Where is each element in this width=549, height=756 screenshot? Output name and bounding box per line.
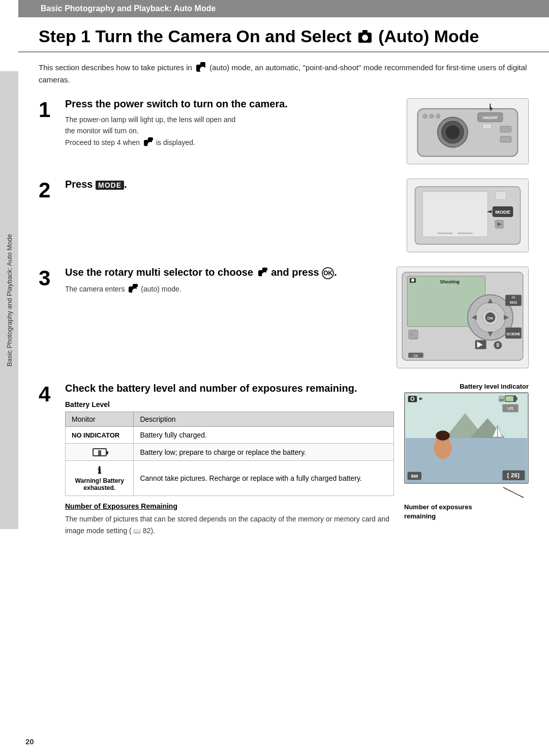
exposures-body: The number of pictures that can be store… <box>65 513 394 536</box>
step-2-heading: Press MODE. <box>65 179 396 190</box>
svg-point-12 <box>430 114 434 119</box>
svg-rect-15 <box>422 192 487 237</box>
sidebar-text: Basic Photography and Playback: Auto Mod… <box>6 234 13 366</box>
svg-point-59 <box>436 430 449 441</box>
step-1-body: The power-on lamp will light up, the len… <box>65 114 396 148</box>
step-1-image: ON/OFF <box>407 98 529 164</box>
svg-point-3 <box>446 125 460 139</box>
step-4-heading: Check the battery level and number of ex… <box>65 383 394 394</box>
svg-text:🔧: 🔧 <box>410 332 416 338</box>
battery-warning: ℹ Warning! Batteryexhausted. <box>72 465 127 491</box>
header-text: Basic Photography and Playback: Auto Mod… <box>41 4 216 13</box>
svg-text:[ 26]: [ 26] <box>507 472 520 478</box>
indicator-arrow <box>404 485 529 500</box>
page-title-text: Step 1 Turn the Camera On and Select (Au… <box>39 26 479 46</box>
step-4-row: 4 Check the battery level and number of … <box>39 383 529 536</box>
svg-text:MODE: MODE <box>495 209 510 215</box>
svg-rect-21 <box>495 192 506 200</box>
camera-icon-step3b <box>129 286 137 293</box>
step-1-row: 1 Press the power switch to turn on the … <box>39 98 529 164</box>
intro-text: This section describes how to take pictu… <box>39 62 529 86</box>
step-1-content: Press the power switch to turn on the ca… <box>65 98 396 148</box>
step-2-content: Press MODE. <box>65 179 396 194</box>
step4-illustration: VR 8M [ 26] <box>404 392 529 484</box>
svg-point-62 <box>411 397 414 400</box>
camera-icon-step1 <box>144 140 152 146</box>
shooting-text: Shooting <box>440 279 460 284</box>
step-2-image: MODE <box>407 179 529 252</box>
battery-fill <box>98 450 101 455</box>
col-description: Description <box>134 412 394 427</box>
step-3-number: 3 <box>39 267 65 289</box>
desc-cell-2: Battery low; prepare to charge or replac… <box>134 444 394 461</box>
step-4-image: Battery level indicator <box>404 383 529 520</box>
warning-text: Warning! Batteryexhausted. <box>75 477 124 491</box>
table-row: NO INDICATOR Battery fully charged. <box>66 427 394 444</box>
page-number: 20 <box>25 737 34 746</box>
step-3-body: The camera enters (auto) mode. <box>65 283 386 295</box>
warning-icon: ℹ <box>98 465 101 476</box>
main-content: This section describes how to take pictu… <box>18 62 549 571</box>
col-monitor: Monitor <box>66 412 134 427</box>
svg-line-75 <box>503 487 524 498</box>
svg-rect-9 <box>500 136 511 142</box>
desc-cell-1: Battery fully charged. <box>134 427 394 444</box>
indicator-line <box>498 485 529 500</box>
step-1-number: 1 <box>39 98 65 121</box>
remaining-label: remaining <box>404 512 436 520</box>
exposures-section: Number of Exposures Remaining The number… <box>65 502 394 536</box>
svg-point-11 <box>423 114 427 119</box>
mode-badge: MODE <box>96 181 124 190</box>
step2-illustration: MODE <box>407 179 529 252</box>
svg-rect-65 <box>516 397 517 400</box>
battery-indicator-label: Battery level indicator <box>404 383 529 390</box>
ok-badge: OK <box>322 267 334 279</box>
svg-text:ISO: ISO <box>510 300 517 305</box>
monitor-cell-2 <box>66 444 134 461</box>
step-1-heading: Press the power switch to turn on the ca… <box>65 98 396 110</box>
desc-cell-3: Cannot take pictures. Recharge or replac… <box>134 461 394 496</box>
battery-low-icon <box>93 448 107 456</box>
camera-icon-inline <box>196 65 205 72</box>
svg-text:8M: 8M <box>411 473 418 479</box>
svg-text:VR: VR <box>507 406 513 411</box>
battery-level-label: Battery Level <box>65 400 394 409</box>
step-4-content: Check the battery level and number of ex… <box>65 383 394 536</box>
exposures-heading: Number of Exposures Remaining <box>65 502 394 510</box>
number-label: Number of exposures <box>404 503 472 511</box>
svg-rect-47 <box>496 343 499 347</box>
svg-point-13 <box>436 114 440 119</box>
header-bar: Basic Photography and Playback: Auto Mod… <box>18 0 549 17</box>
table-row: Battery low; prepare to charge or replac… <box>66 444 394 461</box>
step1-illustration: ON/OFF <box>407 98 529 164</box>
book-icon: 📖 <box>132 528 141 535</box>
svg-point-27 <box>411 279 414 282</box>
svg-text:SCENE: SCENE <box>506 332 520 336</box>
battery-section: Battery Level Monitor Description NO IND… <box>65 400 394 496</box>
step3-illustration: Shooting OK 🔧 Hi ISO <box>396 267 529 368</box>
no-indicator-text: NO INDICATOR <box>72 431 119 439</box>
step-3-content: Use the rotary multi selector to choose … <box>65 267 386 295</box>
svg-rect-68 <box>500 396 504 399</box>
step-4-number: 4 <box>39 383 65 405</box>
step-2-row: 2 Press MODE. MODE <box>39 179 529 252</box>
svg-rect-10 <box>483 124 492 129</box>
camera-icon <box>358 33 372 43</box>
svg-text:OK: OK <box>413 354 418 358</box>
sidebar: Basic Photography and Playback: Auto Mod… <box>0 71 18 529</box>
svg-text:ON/OFF: ON/OFF <box>482 115 498 120</box>
step-3-heading: Use the rotary multi selector to choose … <box>65 267 386 279</box>
monitor-cell-1: NO INDICATOR <box>66 427 134 444</box>
camera-icon-step3 <box>258 270 266 276</box>
svg-rect-66 <box>505 396 513 401</box>
svg-text:Hi: Hi <box>512 296 515 299</box>
svg-text:OK: OK <box>487 316 494 321</box>
svg-rect-8 <box>500 126 511 132</box>
step-3-row: 3 Use the rotary multi selector to choos… <box>39 267 529 368</box>
step-2-number: 2 <box>39 179 65 201</box>
exposures-remaining-labels: Number of exposures remaining <box>404 502 529 520</box>
page-title: Step 1 Turn the Camera On and Select (Au… <box>18 17 549 52</box>
step-3-image: Shooting OK 🔧 Hi ISO <box>396 267 529 368</box>
monitor-cell-3: ℹ Warning! Batteryexhausted. <box>66 461 134 496</box>
table-row: ℹ Warning! Batteryexhausted. Cannot take… <box>66 461 394 496</box>
